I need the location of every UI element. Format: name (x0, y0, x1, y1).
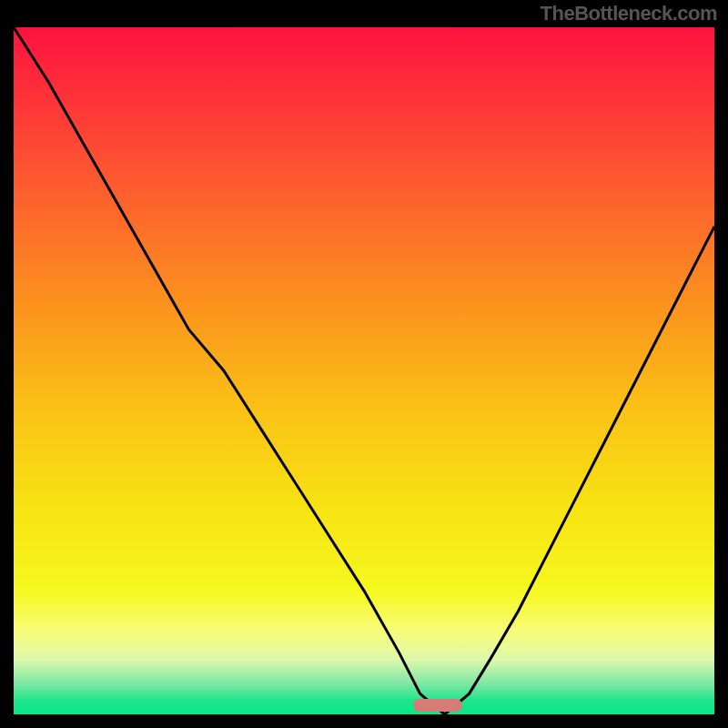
bottleneck-chart (14, 27, 714, 714)
attribution-watermark: TheBottleneck.com (541, 2, 717, 25)
heat-gradient-bg (14, 27, 714, 714)
optimal-zone-marker (413, 699, 462, 712)
chart-container (14, 27, 714, 714)
